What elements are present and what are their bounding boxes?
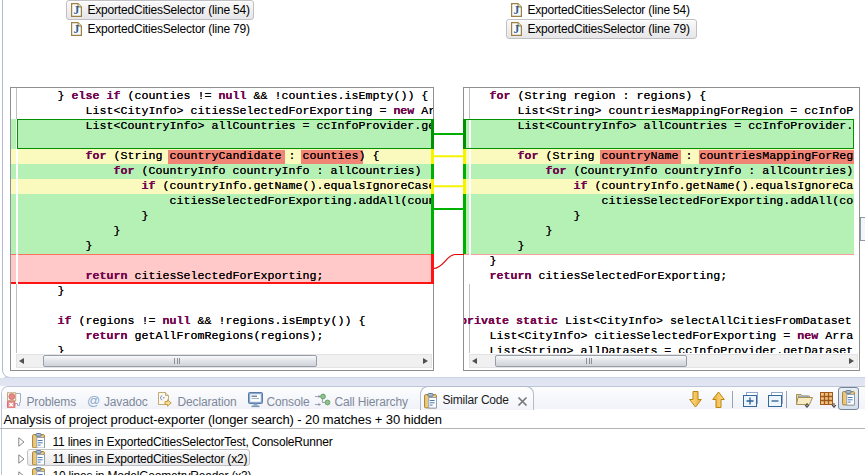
svg-text:J: J bbox=[73, 4, 79, 16]
svg-text:J: J bbox=[513, 4, 519, 16]
svg-text:J: J bbox=[73, 23, 79, 35]
svg-text:J: J bbox=[513, 23, 519, 35]
